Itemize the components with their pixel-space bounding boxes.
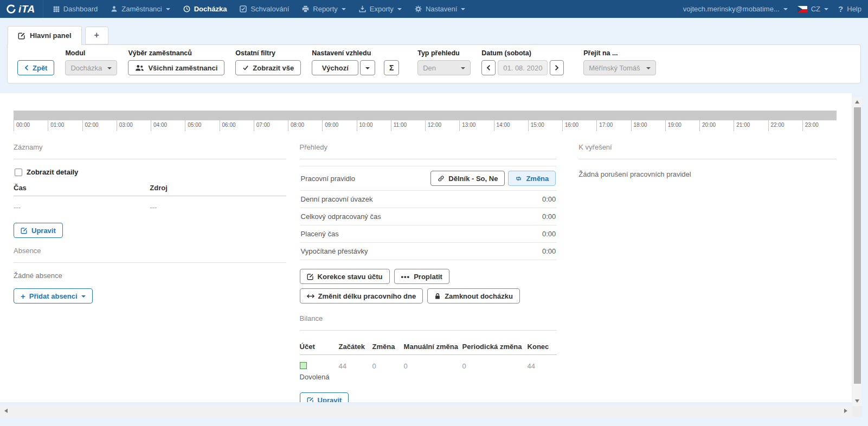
work-rule-button[interactable]: Dělník - So, Ne [430, 171, 505, 186]
records-column: Záznamy Zobrazit detaily Čas Zdroj --- -… [14, 139, 286, 304]
caret-down-icon [783, 8, 788, 10]
timeline-hour-label: 00:00 [14, 120, 48, 131]
view-type-select[interactable]: Den [417, 60, 471, 75]
prev-day-button[interactable] [481, 60, 496, 75]
row-value: 0:00 [542, 247, 556, 255]
scroll-left-arrow-icon[interactable] [4, 409, 8, 413]
change-rule-button[interactable]: Změna [508, 171, 556, 186]
timeline-hour-label: 02:00 [82, 120, 117, 131]
arrows-horizontal-icon [307, 293, 314, 299]
edit-records-button[interactable]: Upravit [14, 223, 63, 238]
show-all-button[interactable]: Zobrazit vše [235, 60, 301, 75]
timeline-hour-label: 16:00 [562, 120, 596, 131]
balance-value: 0 [372, 355, 404, 389]
people-icon [135, 64, 144, 72]
add-absence-button[interactable]: + Přidat absenci [14, 288, 93, 304]
balance-col: Účet [300, 337, 339, 355]
caret-down-icon [81, 295, 86, 298]
timeline-hour-label: 10:00 [357, 120, 391, 131]
records-col-cas: Čas [14, 178, 150, 196]
vertical-scrollbar[interactable] [852, 97, 862, 406]
lock-attendance-button[interactable]: Zamknout docházku [427, 288, 520, 304]
chevron-left-icon [486, 64, 491, 71]
nav-reporty[interactable]: Reporty [302, 5, 346, 13]
content-columns: Záznamy Zobrazit detaily Čas Zdroj --- -… [14, 139, 837, 402]
next-day-button[interactable] [550, 60, 564, 75]
show-details-checkbox[interactable]: Zobrazit detaily [15, 168, 286, 176]
export-icon [359, 5, 366, 12]
edit-balance-button[interactable]: Upravit [300, 392, 349, 402]
language-menu[interactable]: CZ [798, 5, 828, 13]
modul-label: Modul [65, 49, 117, 57]
timeline-hour-label: 01:00 [48, 120, 82, 131]
timeline-hour-label: 04:00 [151, 120, 185, 131]
appearance-label: Nastavení vzhledu [312, 49, 375, 57]
timeline-hour-label: 19:00 [665, 120, 699, 131]
appearance-group: Nastavení vzhledu Výchozí [312, 49, 375, 75]
back-button[interactable]: Zpět [17, 60, 54, 75]
app-logo[interactable]: iTA [0, 0, 43, 18]
plus-icon: + [94, 30, 99, 40]
scroll-right-arrow-icon[interactable] [844, 409, 847, 413]
nav-label: Nastavení [426, 5, 458, 13]
overview-row: Vypočítané přestávky 0:00 [300, 242, 557, 260]
help-link[interactable]: ? Help [838, 4, 861, 14]
repeat-icon [515, 175, 522, 182]
nav-exporty[interactable]: Exporty [359, 5, 402, 13]
nav-label: Zaměstnanci [121, 5, 162, 13]
timeline-bar[interactable] [14, 111, 837, 120]
balance-col: Periodická změna [462, 337, 528, 355]
filter-toolbar: Zpět Modul Docházka Výběr zaměstnanců Vš… [7, 44, 861, 83]
balance-value: 0 [404, 355, 462, 389]
account-color-swatch[interactable] [300, 362, 307, 369]
checkbox-icon[interactable] [15, 169, 22, 176]
vertical-scroll-thumb[interactable] [854, 107, 861, 384]
user-menu[interactable]: vojtech.merinsky@mobatime... [683, 5, 788, 13]
caret-down-icon [461, 67, 465, 69]
pencil-square-icon [18, 32, 25, 40]
appearance-dropdown-button[interactable] [360, 60, 375, 75]
nav-dashboard[interactable]: Dashboard [53, 5, 98, 13]
to-resolve-title: K vyřešení [578, 143, 837, 151]
user-icon [111, 5, 118, 12]
overview-actions: Korekce stavu účtu ••• Proplatit Změnit … [300, 269, 549, 304]
records-table: Čas Zdroj --- --- [14, 178, 286, 218]
scrollbar-corner [852, 406, 862, 417]
overview-row: Placený čas 0:00 [300, 225, 557, 242]
balance-col: Konec [528, 337, 557, 355]
appearance-button[interactable]: Výchozí [312, 60, 358, 75]
nav-zamestnanci[interactable]: Zaměstnanci [111, 5, 170, 13]
nav-schvalovani[interactable]: Schvalování [240, 5, 289, 13]
to-resolve-column: K vyřešení Žádná porušení pracovních pra… [578, 139, 837, 178]
goto-employee-select[interactable]: Měřínský Tomáš [583, 60, 656, 75]
all-employees-button[interactable]: Všichni zaměstnanci [128, 60, 224, 75]
change-workday-length-button[interactable]: Změnit délku pracovního dne [300, 288, 423, 304]
lock-icon [434, 293, 441, 300]
date-label: Datum (sobota) [481, 49, 564, 57]
brand-text: iTA [18, 3, 35, 15]
tab-hlavni-panel[interactable]: Hlavní panel [8, 26, 82, 45]
nav-dochazka[interactable]: Docházka [183, 5, 227, 13]
date-input[interactable]: 01. 08. 2020 [498, 60, 548, 75]
row-value: 0:00 [542, 195, 556, 203]
horizontal-scrollbar[interactable] [0, 406, 852, 417]
balance-value: 44 [528, 355, 557, 389]
scroll-down-arrow-icon[interactable] [855, 399, 859, 403]
scroll-up-arrow-icon[interactable] [855, 100, 859, 104]
row-label: Vypočítané přestávky [301, 247, 368, 255]
pay-out-button[interactable]: ••• Proplatit [394, 269, 449, 284]
timeline-scale: 00:0001:0002:0003:0004:0005:0006:0007:00… [14, 120, 837, 131]
caret-down-icon [166, 8, 170, 10]
sigma-icon: Σ [389, 63, 394, 72]
caret-down-icon [461, 8, 465, 10]
account-correction-button[interactable]: Korekce stavu účtu [300, 269, 390, 284]
nav-label: Exporty [370, 5, 394, 13]
caret-down-icon [342, 8, 346, 10]
records-title: Záznamy [14, 143, 286, 151]
nav-nastaveni[interactable]: Nastavení [415, 5, 466, 13]
employees-label: Výběr zaměstnanců [128, 49, 224, 57]
modul-select[interactable]: Docházka [65, 60, 117, 75]
add-tab-button[interactable]: + [85, 27, 108, 44]
sum-button[interactable]: Σ [384, 60, 399, 75]
goto-group: Přejít na ... Měřínský Tomáš [583, 49, 656, 75]
